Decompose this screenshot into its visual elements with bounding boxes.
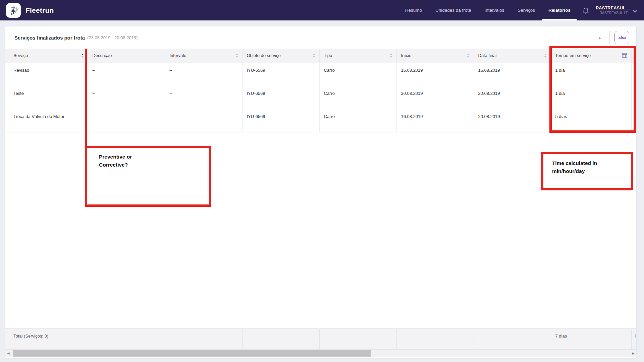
total-tipo [319, 329, 396, 349]
horizontal-scrollbar[interactable]: ◀ ▶ [5, 349, 636, 357]
nav-unidades-da-frota[interactable]: Unidades da frota [429, 0, 478, 20]
table-row: Troca da Válvula do Motor – – IYU-6569 C… [5, 109, 636, 132]
cell-tempo: 1 dia [551, 63, 631, 86]
total-label: Total (Serviços: 3) [5, 329, 88, 349]
cell-inicio: 20.08.2019 [396, 86, 474, 109]
divider [609, 31, 610, 44]
collapse-report-button[interactable]: ▲ [595, 33, 604, 42]
report-table: Serviço Descrição Intervalo [5, 49, 636, 132]
report-card: Serviços finalizados por frota (23.05.20… [5, 26, 636, 358]
fleetrun-logo[interactable] [6, 3, 21, 18]
column-header-descricao[interactable]: Descrição [88, 49, 165, 63]
cell-objeto: IYU-6569 [242, 109, 319, 132]
sort-icon[interactable] [390, 54, 392, 58]
nav-intervalos[interactable]: Intervalos [478, 0, 511, 20]
total-inicio [396, 329, 474, 349]
sort-icon[interactable] [544, 54, 547, 58]
cell-inicio: 16.08.2019 [396, 63, 474, 86]
column-picker-icon[interactable] [622, 53, 627, 58]
sort-ascending-icon[interactable] [81, 54, 84, 58]
cell-tipo: Carro [319, 109, 396, 132]
column-header-extra[interactable] [631, 49, 636, 63]
nav-resumo[interactable]: Resumo [398, 0, 429, 20]
cell-descricao: – [88, 63, 165, 86]
cell-servico: Troca da Válvula do Motor [5, 109, 88, 132]
main-nav: Resumo Unidades da frota Intervalos Serv… [398, 0, 577, 20]
cell-tipo: Carro [319, 63, 396, 86]
column-header-servico[interactable]: Serviço [5, 49, 88, 63]
cell-intervalo: – [165, 86, 242, 109]
cell-extra: – [631, 109, 636, 132]
cell-tempo: 1 dia [551, 86, 631, 109]
cell-descricao: – [88, 109, 165, 132]
notifications-button[interactable] [577, 6, 596, 14]
total-objeto [242, 329, 319, 349]
cell-tempo: 5 dias [551, 109, 631, 132]
column-header-inicio[interactable]: Início [396, 49, 474, 63]
cell-servico: Teste [5, 86, 88, 109]
column-header-tipo[interactable]: Tipo [319, 49, 396, 63]
cell-intervalo: – [165, 109, 242, 132]
table-row: Teste – – IYU-6569 Carro 20.08.2019 20.0… [5, 86, 636, 109]
report-title: Serviços finalizados por frota [14, 35, 85, 41]
total-intervalo [165, 329, 242, 349]
chevron-down-icon [633, 10, 637, 13]
cell-objeto: IYU-6569 [242, 63, 319, 86]
report-period: (23.05.2019 - 20.08.2019) [87, 35, 138, 40]
table-header-row: Serviço Descrição Intervalo [5, 49, 636, 63]
report-title-bar: Serviços finalizados por frota (23.05.20… [5, 26, 636, 49]
total-tempo: 7 dias [551, 329, 631, 349]
column-header-tempo-em-servico[interactable]: Tempo em serviço [551, 49, 631, 63]
total-descricao [88, 329, 165, 349]
cell-objeto: IYU-6569 [242, 86, 319, 109]
total-extra: 0 [631, 329, 636, 349]
cell-tipo: Carro [319, 86, 396, 109]
scroll-left-arrow-icon[interactable]: ◀ [5, 350, 11, 357]
cell-descricao: – [88, 86, 165, 109]
table-total-row: Total (Serviços: 3) 7 dias 0 [5, 328, 636, 349]
top-navigation-bar: Fleetrun Resumo Unidades da frota Interv… [0, 0, 644, 20]
table-row: Revisão – – IYU-6569 Carro 16.08.2019 16… [5, 63, 636, 86]
user-name: RASTREASUL ... [596, 5, 630, 11]
sort-icon[interactable] [235, 54, 238, 58]
brand-name: Fleetrun [25, 6, 54, 14]
mechanic-icon [8, 5, 19, 16]
cell-extra: – [631, 63, 636, 86]
scrollbar-thumb[interactable] [13, 350, 371, 357]
cell-intervalo: – [165, 63, 242, 86]
cell-data-final: 20.08.2019 [474, 109, 551, 132]
cell-extra: – [631, 86, 636, 109]
sort-icon[interactable] [467, 54, 470, 58]
scroll-right-arrow-icon[interactable]: ▶ [630, 350, 636, 357]
bell-icon [582, 6, 590, 14]
user-company: RASTREASUL LT... [596, 11, 630, 15]
nav-relatorios[interactable]: Relatórios [542, 0, 577, 20]
column-header-intervalo[interactable]: Intervalo [165, 49, 242, 63]
cell-data-final: 16.08.2019 [474, 63, 551, 86]
export-xlsx-button[interactable]: .xlsx [614, 31, 629, 44]
column-header-data-final[interactable]: Data final [474, 49, 551, 63]
user-menu[interactable]: RASTREASUL ... RASTREASUL LT... [596, 5, 644, 15]
nav-servicos[interactable]: Serviços [511, 0, 542, 20]
cell-servico: Revisão [5, 63, 88, 86]
cell-data-final: 20.08.2019 [474, 86, 551, 109]
cell-inicio: 16.08.2019 [396, 109, 474, 132]
total-data-final [474, 329, 551, 349]
column-header-objeto-do-servico[interactable]: Objeto do serviço [242, 49, 319, 63]
sort-icon[interactable] [313, 54, 315, 58]
